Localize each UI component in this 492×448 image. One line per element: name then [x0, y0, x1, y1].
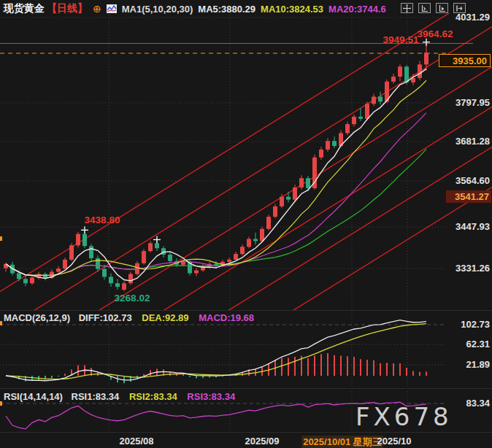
- watermark: FX678: [355, 402, 453, 431]
- rsi1-value: RSI1:83.34: [72, 391, 120, 402]
- axis-tick: 62.31: [466, 339, 490, 349]
- ma10-value: MA10:3824.53: [261, 4, 323, 15]
- rsi-title: RSI(14,14,14): [4, 391, 63, 402]
- ma-settings-label: MA1(5,10,20,30): [122, 4, 193, 15]
- axis-tick: 3681.28: [456, 136, 490, 147]
- current-price-label: 3935.00: [439, 54, 491, 67]
- rsi2-value: RSI2:83.34: [129, 391, 177, 402]
- chart-header: 现货黄金【日线】 ⊕ MA1(5,10,20,30) MA5:3880.29 M…: [4, 2, 386, 15]
- date-label: 2025/09: [245, 436, 280, 447]
- axis-tick: 102.73: [461, 319, 490, 330]
- axis-tick: 83.34: [466, 398, 490, 409]
- axis-tick: 3447.93: [456, 221, 490, 232]
- date-label: 2025/08: [120, 436, 154, 447]
- rsi3-value: RSI3:83.34: [187, 391, 235, 402]
- macd-dea-value: DEA:92.89: [142, 312, 188, 323]
- trading-chart-window: { "header": { "symbol": "现货黄金", "period"…: [0, 0, 492, 448]
- ma20-value: MA20:3744.6: [328, 4, 386, 15]
- period-label: 【日线】: [47, 2, 88, 15]
- rsi-legend: RSI(14,14,14) RSI1:83.34 RSI2:83.34 RSI3…: [4, 391, 235, 402]
- axis-tick: 4031.29: [456, 12, 490, 23]
- macd-title: MACD(26,12,9): [4, 312, 70, 323]
- crosshair-icon[interactable]: ⊕: [93, 4, 101, 13]
- symbol-name: 现货黄金: [4, 2, 45, 15]
- axis-tick: 3564.60: [456, 175, 490, 186]
- ma5-value: MA5:3880.29: [198, 4, 255, 15]
- pan-tool-button[interactable]: [401, 3, 413, 13]
- macd-legend: MACD(26,12,9) DIFF:102.73 DEA:92.89 MACD…: [4, 312, 254, 323]
- scale-axis-button[interactable]: [418, 3, 431, 13]
- macd-diff-value: DIFF:102.73: [79, 312, 132, 323]
- axis-tick: 21.89: [466, 359, 490, 370]
- auto-scroll-button[interactable]: [436, 3, 448, 13]
- macd-hist-value: MACD:19.68: [199, 312, 254, 323]
- date-label: 2025/10/01 星期三: [301, 436, 383, 448]
- chart-type-icon[interactable]: [107, 4, 117, 13]
- axis-tick: 3331.26: [456, 263, 490, 274]
- chart-canvas[interactable]: [0, 0, 492, 448]
- date-label: 2025/10: [377, 436, 412, 447]
- axis-tick: 3797.95: [456, 97, 490, 108]
- reference-price-label: 3541.27: [446, 190, 491, 203]
